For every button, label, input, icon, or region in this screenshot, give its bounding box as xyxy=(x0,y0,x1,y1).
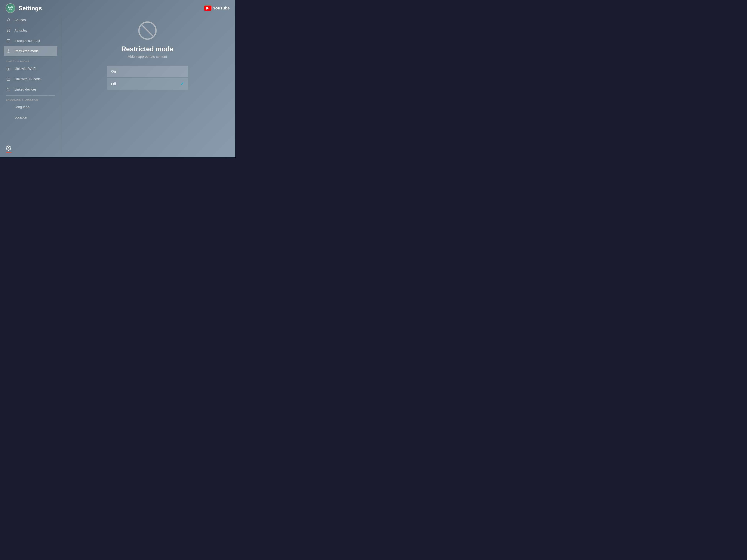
sidebar-item-autoplay[interactable]: Autoplay xyxy=(4,25,57,35)
sidebar-label-linked-devices: Linked devices xyxy=(15,87,36,91)
divider-link xyxy=(6,57,55,57)
sidebar: Sounds Autoplay Increa xyxy=(4,15,59,154)
sidebar-item-link-tv-code[interactable]: Link with TV code xyxy=(4,74,57,84)
checkmark-icon: ✓ xyxy=(180,81,184,86)
option-on-button[interactable]: On xyxy=(107,66,188,77)
folder-icon xyxy=(6,87,11,92)
gear-area xyxy=(4,143,57,154)
option-on-label: On xyxy=(111,70,116,74)
sidebar-label-link-wifi: Link with Wi-Fi xyxy=(15,67,36,71)
clock-icon xyxy=(6,49,11,54)
svg-point-0 xyxy=(7,19,10,21)
sidebar-item-search[interactable]: Sounds xyxy=(4,15,57,25)
sidebar-item-increase-contrast[interactable]: Increase contrast xyxy=(4,35,57,46)
sidebar-label-language: Language xyxy=(15,105,29,109)
sidebar-label-location: Location xyxy=(15,115,27,119)
sidebar-label-restricted-mode: Restricted mode xyxy=(15,49,39,53)
sidebar-label-increase-contrast: Increase contrast xyxy=(15,39,40,43)
tv-icon xyxy=(6,66,11,71)
location-icon xyxy=(6,115,11,120)
sidebar-label-link-tv-code: Link with TV code xyxy=(15,77,41,81)
tv2-icon xyxy=(6,77,11,82)
svg-line-1 xyxy=(9,21,10,22)
restricted-mode-icon xyxy=(137,20,158,41)
avatar: BrightBila xyxy=(5,3,15,13)
sidebar-item-linked-devices[interactable]: Linked devices xyxy=(4,84,57,95)
youtube-icon xyxy=(204,5,211,11)
page-title: Settings xyxy=(19,5,42,12)
language-icon xyxy=(6,104,11,110)
home-icon xyxy=(6,28,11,33)
svg-point-11 xyxy=(8,148,9,149)
option-off-button[interactable]: Off ✓ xyxy=(107,78,188,90)
youtube-play-icon xyxy=(206,7,209,10)
sidebar-label-autoplay: Autoplay xyxy=(15,28,27,32)
panel-title: Restricted mode xyxy=(121,45,174,53)
svg-rect-8 xyxy=(7,78,10,80)
sidebar-item-restricted-mode[interactable]: Restricted mode xyxy=(4,46,57,56)
youtube-badge: YouTube xyxy=(204,5,230,11)
main-panel: Restricted mode Hide inappropriate conte… xyxy=(63,15,232,154)
main-content: Sounds Autoplay Increa xyxy=(0,15,235,157)
sidebar-item-language[interactable]: Language xyxy=(4,102,57,112)
title-area: BrightBila Settings xyxy=(5,3,42,13)
gear-icon[interactable] xyxy=(6,145,11,151)
sidebar-item-link-wifi[interactable]: Link with Wi-Fi xyxy=(4,63,57,74)
youtube-label: YouTube xyxy=(213,6,230,10)
sidebar-item-location[interactable]: Location xyxy=(4,112,57,123)
tv-screen: BrightBila Settings YouTube Sounds xyxy=(0,0,235,157)
panel-subtitle: Hide inappropriate content xyxy=(128,55,167,59)
sidebar-divider xyxy=(61,15,61,154)
search-icon xyxy=(6,18,11,23)
svg-rect-2 xyxy=(7,39,10,42)
option-off-label: Off xyxy=(111,82,116,86)
section-link-tv-label: LINK TV & PHONE xyxy=(4,58,57,63)
svg-line-13 xyxy=(142,25,153,36)
gear-underline xyxy=(6,153,11,153)
top-bar: BrightBila Settings YouTube xyxy=(0,0,235,15)
section-language-label: LANGUAGE & LOCATION xyxy=(4,96,57,102)
contrast-icon xyxy=(6,38,11,43)
sidebar-label-sounds: Sounds xyxy=(15,18,26,22)
